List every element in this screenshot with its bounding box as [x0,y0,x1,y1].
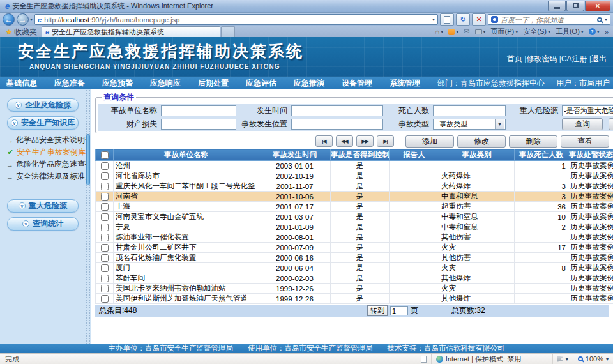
row-checkbox[interactable] [101,275,109,282]
help-button[interactable]: ?▾ [587,28,602,35]
header-link-1[interactable]: 修改密码 [526,54,557,63]
location-input[interactable] [291,119,383,130]
refresh-button[interactable]: ↻ [456,13,470,26]
column-header-2[interactable]: 事故是否得到控制 [331,149,390,161]
pager-button-1[interactable]: ◀◀ [336,135,353,147]
deaths-input[interactable] [433,105,506,116]
page-number-input[interactable] [390,306,408,315]
table-row[interactable]: 宁夏2001-01-09是中毒和窒息2历史事故案例 [96,222,613,232]
page-menu-button[interactable]: 页面(P)▾ [489,27,520,36]
row-checkbox[interactable] [101,234,109,241]
column-header-1[interactable]: 事故发生时间 [259,149,331,161]
search-input[interactable] [501,16,594,24]
favorites-button[interactable]: ★ 收藏夹 [1,27,42,37]
column-header-5[interactable]: 事故死亡人数 [515,149,568,161]
row-checkbox[interactable] [101,244,109,252]
header-link-3[interactable]: 退出 [591,54,607,63]
splitter-handle-icon[interactable] [86,134,90,185]
nav-item-8[interactable]: 系统管理 [390,78,420,89]
action-button-0[interactable]: 添加 [405,135,454,148]
sidebar-splitter[interactable] [86,89,91,344]
table-row[interactable]: 茂名石化炼油厂焦化装置2000-06-16是其他伤害历史事故案例 [96,253,613,263]
close-button[interactable]: ✕ [585,1,610,11]
action-button-3[interactable]: 查看 [561,135,609,148]
header-link-2[interactable]: CA注册 [561,54,587,63]
read-mail-button[interactable]: ✉ [462,27,471,36]
pager-button-3[interactable]: ▶| [377,135,394,147]
sidebar-group-0[interactable]: v企业及危险源 [7,98,79,112]
url-field[interactable]: e http://localhost:90/yjzh/frame/homepag… [34,14,438,25]
sidebar-item-1-2[interactable]: →危险化学品应急速查手... [6,158,86,171]
minimize-button[interactable] [548,1,566,11]
zoom-control[interactable]: 100% ▾ [573,354,613,364]
hazard-select[interactable]: -是否为重大危险源-▼ [562,105,613,116]
nav-item-5[interactable]: 应急评估 [246,78,276,89]
row-checkbox[interactable] [101,193,109,201]
goto-page-button[interactable]: 转到 [367,305,388,316]
action-button-2[interactable]: 删除 [509,135,557,148]
sidebar-group-1[interactable]: v安全生产知识库 [7,116,79,130]
nav-item-1[interactable]: 应急准备 [54,78,85,89]
pager-button-0[interactable]: |◀ [315,135,333,147]
print-button[interactable]: ▾ [473,29,488,34]
table-row[interactable]: 上海2001-07-17是起重伤害36历史事故案例 [96,202,613,212]
nav-item-7[interactable]: 设备管理 [342,78,372,89]
row-checkbox[interactable] [101,254,109,262]
row-checkbox[interactable] [101,162,109,170]
sidebar-group-2[interactable]: v重大危险源 [7,199,79,213]
row-checkbox[interactable] [101,203,109,211]
table-row[interactable]: 炼油事业部一催化装置2000-08-01是其他伤害历史事故案例 [96,232,613,243]
compatibility-button[interactable] [440,13,454,26]
forward-button[interactable]: → [17,13,29,26]
table-row[interactable]: 美国北卡罗来纳州韦兹伯勒加油站1999-12-26是火灾历史事故案例 [96,284,613,294]
table-row[interactable]: 河北省廊坊市2002-10-19是火药爆炸历史事故案例 [96,171,613,181]
column-header-4[interactable]: 事故类别 [439,149,515,161]
home-button[interactable]: ⌂▾ [433,27,445,36]
sidebar-item-1-1[interactable]: ✔安全生产事故案例库 [6,146,86,158]
row-checkbox[interactable] [101,285,109,292]
back-button[interactable]: ← [3,13,15,26]
row-checkbox[interactable] [101,264,109,272]
new-tab-button[interactable] [221,26,235,37]
row-checkbox[interactable] [101,183,109,190]
time-input[interactable] [291,105,383,116]
select-all-checkbox[interactable] [101,151,109,159]
table-row[interactable]: 河南省2001-10-06是中毒和窒息3历史事故案例 [96,192,613,202]
search-dropdown-icon[interactable]: ▾ [605,17,607,22]
feeds-button[interactable]: ▾ [446,29,460,35]
url-dropdown-icon[interactable]: ▾ [432,17,435,22]
search-button[interactable]: 查询 [562,118,603,130]
history-dropdown-icon[interactable]: ▾ [30,17,33,22]
type-select[interactable]: --事故类型--▼ [433,119,506,130]
action-button-1[interactable]: 修改 [457,135,506,148]
column-header-6[interactable]: 事故处警状态 [568,149,613,161]
nav-item-2[interactable]: 应急预警 [102,78,133,89]
table-row[interactable]: 厦门2000-06-04是火灾8历史事故案例 [96,263,613,273]
nav-item-3[interactable]: 应急响应 [150,78,181,89]
loss-input[interactable] [161,119,236,130]
table-row[interactable]: 美国伊利诺斯州芝加哥炼油厂天然气管道1999-12-26是其他爆炸历史事故案例 [96,294,613,304]
table-row[interactable]: 重庆长风化一车间二苯甲酮工段二号光化釜2001-11-07是火药爆炸3历史事故案… [96,181,613,192]
column-header-3[interactable]: 报告人 [390,149,439,161]
safety-menu-button[interactable]: 安全(S)▾ [521,27,552,36]
header-link-0[interactable]: 首页 [507,54,522,63]
reset-button[interactable]: 重置 [609,118,613,130]
more-commands-button[interactable]: » [603,28,610,36]
table-row[interactable]: 苯酐车间2000-02-03是其他爆炸历史事故案例 [96,273,613,284]
search-icon[interactable] [597,17,602,22]
nav-item-4[interactable]: 后期处置 [198,78,229,89]
tools-menu-button[interactable]: 工具(O)▾ [554,27,586,36]
nav-item-0[interactable]: 基础信息 [6,78,37,89]
security-report-button[interactable]: ▾ [552,354,573,364]
table-row[interactable]: 沧州2003-01-01是1历史事故案例 [96,161,613,171]
sidebar-group-3[interactable]: v查询统计 [7,217,79,231]
row-checkbox[interactable] [101,224,109,231]
row-checkbox[interactable] [101,295,109,303]
sidebar-item-1-0[interactable]: →化学品安全技术说明书 [6,134,86,146]
row-checkbox[interactable] [101,213,109,221]
nav-item-6[interactable]: 应急推演 [294,78,324,89]
table-row[interactable]: 甘肃金川公司二矿区井下2000-07-09是火灾17历史事故案例 [96,243,613,253]
stop-button[interactable]: ✕ [472,13,486,26]
sidebar-item-1-3[interactable]: →安全法律法规及标准库 [6,171,86,183]
tab-active[interactable]: e 安全生产应急救援指挥辅助决策系统 [42,26,220,37]
